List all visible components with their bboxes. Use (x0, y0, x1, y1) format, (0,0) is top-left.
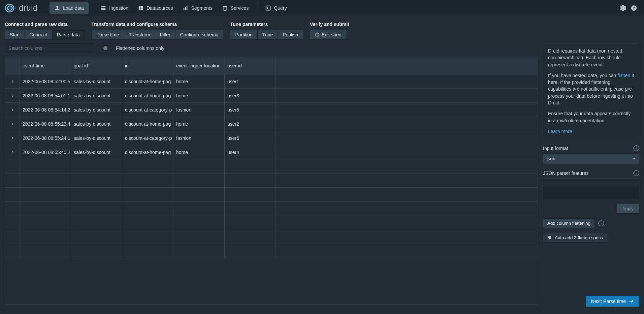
column-header-event-trigger-location[interactable]: event-trigger-location (173, 57, 225, 74)
help-button[interactable]: ? (629, 3, 639, 13)
cell-event-time (20, 230, 71, 244)
table-row (5, 174, 538, 188)
step-partition-button[interactable]: Partition (230, 30, 257, 40)
json-parser-features-label: JSON parser features i (543, 170, 639, 176)
nav-item-services[interactable]: Services (217, 2, 254, 14)
table-row: 2022-06-08 08:55:23.4sales-by-discountdi… (5, 117, 538, 131)
step-group-title: Connect and parse raw data (5, 22, 85, 27)
step-group-title: Tune parameters (230, 22, 303, 27)
step-group: Transform data and configure schemaParse… (91, 22, 223, 40)
cell-empty (276, 244, 538, 258)
nav-item-label: Load data (63, 5, 84, 11)
nav-item-label: Segments (191, 5, 213, 11)
expand-row-button[interactable] (5, 216, 20, 230)
table-row (5, 188, 538, 202)
nav-item-load-data[interactable]: Load data (50, 2, 89, 14)
step-filter-button[interactable]: Filter (155, 30, 175, 40)
cell-id (122, 159, 173, 173)
svg-rect-8 (141, 6, 143, 7)
step-connect-button[interactable]: Connect (25, 30, 52, 40)
info-icon[interactable]: i (598, 220, 604, 226)
info-paragraph-1: Druid requires flat data (non-nested, no… (548, 48, 634, 68)
nav-item-datasources[interactable]: Datasources (133, 2, 178, 14)
expand-row-button[interactable] (5, 117, 20, 131)
cell-user-id (225, 230, 276, 244)
table-row: 2022-06-08 08:54:14.2sales-by-discountdi… (5, 103, 538, 117)
cell-goal-id (71, 159, 122, 173)
info-icon[interactable]: i (633, 145, 639, 151)
cell-event-time (20, 188, 71, 201)
nav-item-query[interactable]: Query (260, 2, 291, 14)
column-header-user-id[interactable]: user-id (225, 57, 276, 74)
input-format-select[interactable]: json (543, 153, 639, 164)
cell-goal-id (71, 230, 122, 244)
expand-row-button[interactable] (5, 244, 20, 258)
expand-row-button[interactable] (5, 103, 20, 117)
next-parse-time-button[interactable]: Next: Parse time (586, 296, 639, 307)
nav-item-segments[interactable]: Segments (178, 2, 217, 14)
navbar: druid Load dataIngestionDatasourcesSegme… (0, 0, 644, 16)
cell-goal-id (71, 174, 122, 187)
cell-event-time: 2022-06-08 08:54:01.1 (20, 89, 71, 102)
info-icon[interactable]: i (633, 170, 639, 176)
preview-table: event-timegoal-ididevent-trigger-locatio… (5, 57, 538, 305)
expand-row-button[interactable] (5, 89, 20, 102)
svg-rect-4 (101, 6, 106, 7)
cell-empty (276, 131, 538, 145)
table-row: 2022-06-08 08:55:24.1sales-by-discountdi… (5, 131, 538, 145)
query-icon (265, 5, 271, 11)
column-header-event-time[interactable]: event-time (20, 57, 71, 74)
cell-user-id: user4 (225, 145, 276, 159)
cell-goal-id: sales-by-discount (71, 103, 122, 117)
step-group: Verify and submitEdit spec (310, 22, 349, 40)
settings-button[interactable] (618, 3, 629, 13)
expand-row-button[interactable] (5, 202, 20, 216)
nav-divider (92, 2, 92, 11)
learn-more-link[interactable]: Learn more (548, 129, 572, 134)
apply-button[interactable]: Apply (617, 204, 639, 214)
lightbulb-icon (547, 236, 552, 240)
step-edit-spec-button[interactable]: Edit spec (310, 30, 346, 40)
step-configure-schema-button[interactable]: Configure schema (175, 30, 224, 40)
cell-user-id: user2 (225, 117, 276, 131)
svg-rect-10 (141, 8, 143, 10)
step-transform-button[interactable]: Transform (124, 30, 155, 40)
chevron-right-icon (11, 136, 14, 140)
step-start-button[interactable]: Start (5, 30, 25, 40)
cell-id (122, 202, 173, 216)
add-column-flattening-button[interactable]: Add column flattening (543, 218, 595, 228)
app-name: druid (19, 3, 38, 13)
column-header-goal-id[interactable]: goal-id (71, 57, 122, 74)
svg-rect-13 (186, 6, 187, 10)
column-header-id[interactable]: id (122, 57, 173, 74)
expand-row-button[interactable] (5, 74, 20, 88)
svg-rect-6 (101, 9, 106, 10)
table-row (5, 230, 538, 244)
cell-goal-id: sales-by-discount (71, 117, 122, 131)
json-parser-features-input[interactable] (543, 178, 639, 199)
flatten-link[interactable]: flatten (617, 73, 630, 78)
cell-event-time (20, 202, 71, 216)
expand-row-button[interactable] (5, 230, 20, 244)
cell-empty (276, 145, 538, 159)
cell-user-id (225, 216, 276, 230)
cell-user-id (225, 174, 276, 187)
expand-row-button[interactable] (5, 159, 20, 173)
expand-row-button[interactable] (5, 174, 20, 187)
expand-row-button[interactable] (5, 188, 20, 201)
search-columns-input[interactable] (5, 43, 94, 53)
nav-item-ingestion[interactable]: Ingestion (96, 2, 133, 14)
cell-event-trigger-location: home (173, 74, 225, 88)
expand-row-button[interactable] (5, 131, 20, 145)
step-parse-data-button[interactable]: Parse data (52, 30, 85, 40)
step-publish-button[interactable]: Publish (278, 30, 303, 40)
auto-add-flatten-button[interactable]: Auto add 3 flatten specs (543, 233, 607, 243)
expand-row-button[interactable] (5, 145, 20, 159)
step-parse-time-button[interactable]: Parse time (91, 30, 124, 40)
flattened-columns-toggle[interactable] (102, 45, 112, 51)
step-tune-button[interactable]: Tune (258, 30, 278, 40)
cell-empty (276, 117, 538, 131)
chevron-right-icon (11, 122, 14, 126)
info-paragraph-2: If you have nested data, you can flatten… (548, 72, 634, 106)
cell-goal-id (71, 216, 122, 230)
